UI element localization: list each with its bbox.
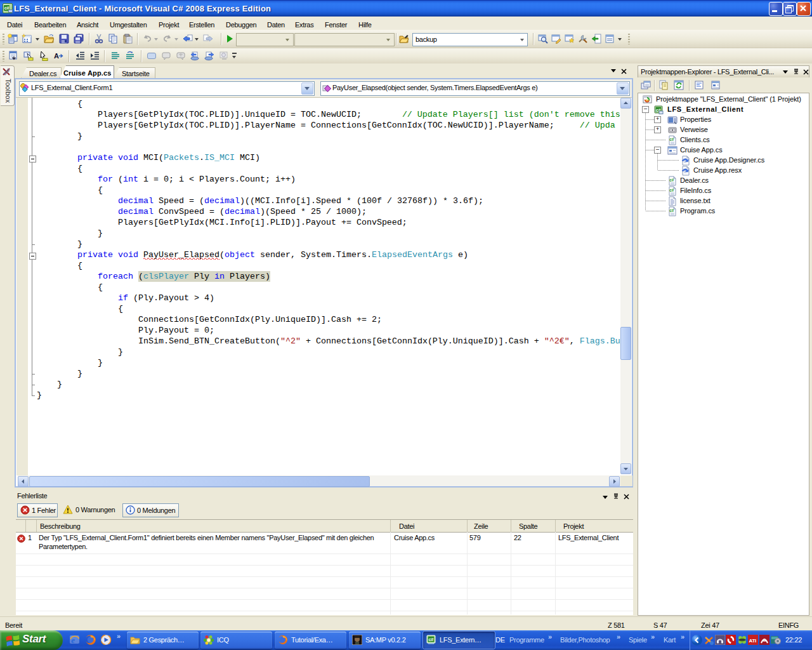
- svg-text:ATI: ATI: [749, 638, 756, 644]
- svg-text:c#: c#: [669, 137, 674, 142]
- svg-text:c#: c#: [669, 208, 674, 213]
- svg-text:c#: c#: [669, 178, 674, 182]
- svg-text:c#: c#: [429, 637, 435, 642]
- svg-text:c#: c#: [669, 188, 674, 192]
- svg-text:A: A: [54, 52, 59, 60]
